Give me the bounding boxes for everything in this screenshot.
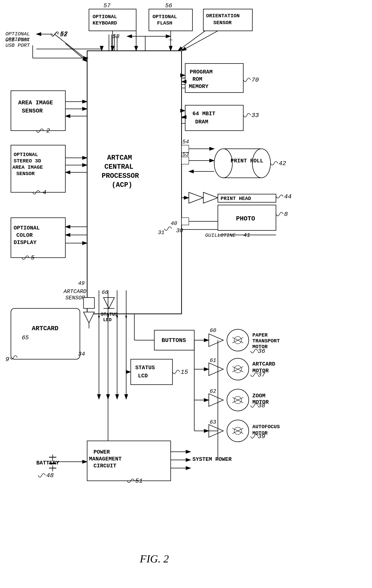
svg-text:64 MBIT: 64 MBIT xyxy=(192,111,215,117)
svg-text:BUTTONS: BUTTONS xyxy=(162,337,186,344)
svg-text:2: 2 xyxy=(46,127,50,134)
svg-rect-88 xyxy=(182,157,189,164)
svg-text:56: 56 xyxy=(165,2,172,9)
svg-rect-108 xyxy=(182,218,189,225)
svg-text:62: 62 xyxy=(210,388,216,394)
svg-text:DISPLAY: DISPLAY xyxy=(14,240,36,246)
svg-text:KEYBOARD: KEYBOARD xyxy=(93,20,117,26)
svg-text:USB PORT: USB PORT xyxy=(5,43,30,48)
svg-text:LED: LED xyxy=(103,317,112,323)
svg-text:GUILLOTINE: GUILLOTINE xyxy=(205,233,236,238)
svg-rect-39 xyxy=(89,9,136,31)
svg-text:SENSOR: SENSOR xyxy=(65,295,85,301)
svg-text:70: 70 xyxy=(252,77,259,84)
svg-text:FLASH: FLASH xyxy=(157,20,172,26)
svg-text:51: 51 xyxy=(135,478,143,484)
svg-text:AREA IMAGE: AREA IMAGE xyxy=(18,99,53,106)
svg-text:9: 9 xyxy=(5,356,9,363)
svg-text:SENSOR: SENSOR xyxy=(213,20,232,26)
svg-text:ZOOM: ZOOM xyxy=(252,393,265,399)
figure-label: FIG. 2 xyxy=(140,553,169,565)
svg-text:54: 54 xyxy=(183,139,189,145)
svg-text:OPTIONAL: OPTIONAL xyxy=(14,152,38,158)
svg-text:57: 57 xyxy=(103,2,110,9)
svg-text:ROM: ROM xyxy=(192,76,202,82)
svg-text:SENSOR: SENSOR xyxy=(16,171,35,177)
svg-text:AREA IMAGE: AREA IMAGE xyxy=(12,165,43,170)
svg-text:STEREO 3D: STEREO 3D xyxy=(14,158,41,164)
svg-text:CIRCUIT: CIRCUIT xyxy=(94,463,116,469)
svg-rect-122 xyxy=(11,308,80,359)
svg-text:CENTRAL: CENTRAL xyxy=(104,163,133,171)
svg-rect-113 xyxy=(84,297,94,308)
svg-text:15: 15 xyxy=(181,369,188,376)
svg-text:STATUS: STATUS xyxy=(101,312,118,317)
svg-text:30: 30 xyxy=(176,227,183,234)
svg-text:SYSTEM POWER: SYSTEM POWER xyxy=(192,456,232,462)
svg-text:POWER: POWER xyxy=(94,449,110,455)
svg-text:34: 34 xyxy=(78,351,85,357)
svg-text:48: 48 xyxy=(46,472,54,479)
svg-text:4: 4 xyxy=(43,189,46,196)
svg-text:MEMORY: MEMORY xyxy=(189,84,208,90)
svg-rect-68 xyxy=(185,105,243,131)
svg-rect-49 xyxy=(149,9,192,31)
svg-text:31: 31 xyxy=(158,230,164,236)
svg-text:39: 39 xyxy=(258,433,265,440)
svg-text:37: 37 xyxy=(258,371,265,378)
svg-text:SENSOR: SENSOR xyxy=(22,108,43,114)
svg-text:PROGRAM: PROGRAM xyxy=(190,69,213,75)
svg-rect-87 xyxy=(182,145,189,152)
svg-text:TRANSPORT: TRANSPORT xyxy=(252,338,280,344)
svg-text:BATTERY: BATTERY xyxy=(36,460,59,466)
svg-text:52: 52 xyxy=(60,30,68,37)
svg-text:33: 33 xyxy=(252,112,259,119)
svg-text:USB PORT: USB PORT xyxy=(5,37,30,43)
svg-text:38: 38 xyxy=(258,402,265,409)
svg-rect-146 xyxy=(131,359,173,385)
svg-text:58: 58 xyxy=(113,33,120,40)
svg-text:ARTCARD: ARTCARD xyxy=(32,325,58,332)
svg-text:OPTIONAL: OPTIONAL xyxy=(153,14,177,20)
svg-text:OPTIONAL: OPTIONAL xyxy=(5,31,30,37)
svg-text:LCD: LCD xyxy=(138,373,148,379)
svg-text:42: 42 xyxy=(279,160,286,167)
svg-text:40: 40 xyxy=(171,220,177,227)
svg-text:AUTOFOCUS: AUTOFOCUS xyxy=(252,424,280,430)
svg-text:ARTCARD: ARTCARD xyxy=(63,288,87,295)
diagram-container: ARTCAM CENTRAL PROCESSOR (ACP) AREA IMAG… xyxy=(0,0,372,588)
svg-text:8: 8 xyxy=(284,211,288,218)
svg-text:ARTCARD: ARTCARD xyxy=(252,361,275,367)
svg-text:63: 63 xyxy=(210,419,216,425)
svg-text:61: 61 xyxy=(210,357,216,364)
svg-text:MANAGEMENT: MANAGEMENT xyxy=(89,456,122,462)
svg-rect-4 xyxy=(87,51,182,314)
svg-point-79 xyxy=(214,149,232,178)
svg-text:65: 65 xyxy=(22,334,29,341)
svg-text:ARTCAM: ARTCAM xyxy=(107,154,132,162)
svg-text:PRINT ROLL: PRINT ROLL xyxy=(230,158,263,164)
svg-text:DRAM: DRAM xyxy=(195,119,208,125)
svg-text:(ACP): (ACP) xyxy=(112,181,132,189)
svg-text:49: 49 xyxy=(78,280,85,286)
svg-text:OPTIONAL: OPTIONAL xyxy=(93,14,117,20)
svg-text:PROCESSOR: PROCESSOR xyxy=(102,172,139,180)
svg-text:5: 5 xyxy=(31,254,34,261)
svg-text:PHOTO: PHOTO xyxy=(236,215,255,222)
svg-text:60: 60 xyxy=(210,327,216,334)
svg-text:PRINT HEAD: PRINT HEAD xyxy=(221,196,251,201)
svg-text:36: 36 xyxy=(258,348,265,355)
svg-text:66: 66 xyxy=(102,289,108,295)
svg-text:ORIENTATION: ORIENTATION xyxy=(206,13,240,19)
svg-text:OPTIONAL: OPTIONAL xyxy=(14,225,40,231)
svg-text:STATUS: STATUS xyxy=(135,365,155,371)
svg-text:44: 44 xyxy=(284,193,292,200)
svg-text:COLOR: COLOR xyxy=(16,232,33,238)
svg-text:PAPER: PAPER xyxy=(252,332,268,338)
